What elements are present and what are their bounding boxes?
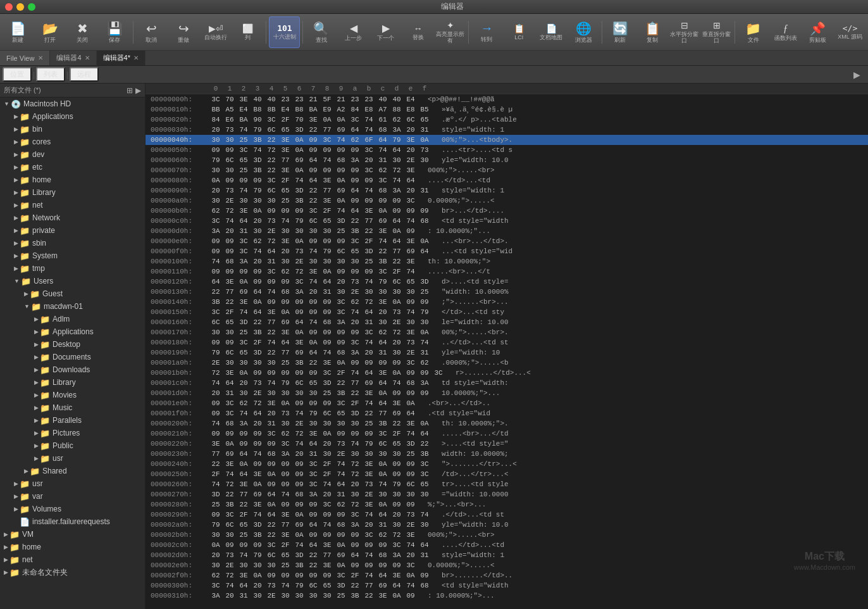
hex-byte[interactable]: 74: [237, 410, 251, 417]
hex-byte[interactable]: 74: [278, 491, 292, 498]
hex-byte[interactable]: 0A: [278, 399, 292, 407]
hex-byte[interactable]: 77: [320, 126, 334, 134]
hex-byte[interactable]: 30: [223, 166, 237, 174]
hex-byte[interactable]: 73: [223, 187, 237, 194]
hex-byte[interactable]: 25: [237, 329, 251, 336]
hex-byte[interactable]: 09: [306, 308, 320, 316]
refresh-button[interactable]: 🔄 刷新: [605, 16, 636, 48]
hex-byte[interactable]: 20: [251, 217, 264, 225]
hex-byte[interactable]: 22: [264, 329, 278, 336]
sidebar-item[interactable]: ▶📁sbin: [0, 237, 145, 249]
hex-byte[interactable]: B5: [418, 106, 431, 113]
hex-row[interactable]: 00000240h:223E0A090909093C2F74723E0A0909…: [146, 459, 868, 469]
hex-byte[interactable]: 20: [362, 349, 376, 356]
hex-byte[interactable]: 3E: [404, 136, 418, 144]
hex-byte[interactable]: 3B: [348, 592, 362, 600]
hex-byte[interactable]: 65: [320, 217, 334, 225]
hex-byte[interactable]: 64: [264, 511, 278, 518]
hex-byte[interactable]: 3C: [320, 369, 334, 377]
hex-byte[interactable]: 3E: [362, 207, 376, 215]
hex-byte[interactable]: 30: [404, 318, 418, 326]
hex-byte[interactable]: 3E: [278, 329, 292, 336]
hex-byte[interactable]: 22: [209, 460, 223, 468]
sidebar-item[interactable]: ▶📁home: [0, 173, 145, 186]
hex-byte[interactable]: 64: [418, 248, 431, 255]
hex-byte[interactable]: 22: [418, 440, 431, 448]
hex-byte[interactable]: 3E: [251, 470, 264, 478]
hex-byte[interactable]: 62: [376, 166, 390, 174]
hex-byte[interactable]: 69: [362, 379, 376, 387]
hex-byte[interactable]: 2F: [237, 511, 251, 518]
hex-byte[interactable]: 22: [223, 491, 237, 498]
hex-byte[interactable]: 09: [334, 237, 348, 245]
hex-byte[interactable]: 09: [334, 531, 348, 539]
hex-byte[interactable]: 74: [209, 420, 223, 427]
hex-byte[interactable]: 09: [223, 237, 237, 245]
hex-byte[interactable]: 64: [390, 217, 404, 225]
hex-byte[interactable]: 09: [390, 389, 404, 397]
hex-byte[interactable]: 09: [320, 298, 334, 306]
hex-byte[interactable]: 3B: [418, 450, 431, 458]
hex-byte[interactable]: 65: [278, 126, 292, 134]
hex-byte[interactable]: 20: [404, 551, 418, 559]
hex-row[interactable]: 00000270h:3D2277696474683A2031302E303030…: [146, 489, 868, 499]
hex-byte[interactable]: 77: [278, 349, 292, 356]
close-button[interactable]: [5, 3, 13, 11]
hex-byte[interactable]: 73: [334, 440, 348, 448]
hex-row[interactable]: 00000010h:BBA5E4B88BE4B8BAE9A284E8A788E8…: [146, 104, 868, 115]
hex-byte[interactable]: 69: [292, 349, 306, 356]
hex-byte[interactable]: 65: [390, 440, 404, 448]
hex-byte[interactable]: 09: [376, 359, 390, 367]
hex-byte[interactable]: 2F: [251, 339, 264, 346]
hex-byte[interactable]: 73: [251, 379, 264, 387]
hex-byte[interactable]: 69: [334, 187, 348, 194]
hex-byte[interactable]: 30: [264, 562, 278, 569]
hex-byte[interactable]: 3C: [390, 541, 404, 549]
hex-byte[interactable]: 3B: [251, 166, 264, 174]
hex-byte[interactable]: 65: [223, 318, 237, 326]
hex-byte[interactable]: 61: [376, 116, 390, 123]
hex-byte[interactable]: 3E: [320, 359, 334, 367]
hex-row[interactable]: 000002d0h:207374796C653D2277696474683A20…: [146, 550, 868, 560]
hex-byte[interactable]: 74: [376, 146, 390, 154]
hex-byte[interactable]: 31: [418, 551, 431, 559]
hex-byte[interactable]: 73: [348, 278, 362, 286]
hex-byte[interactable]: 3E: [376, 369, 390, 377]
hex-row[interactable]: 000000a0h:302E303030253B223E0A090909093C…: [146, 196, 868, 206]
hex-byte[interactable]: 3C: [264, 268, 278, 275]
hex-byte[interactable]: 3E: [362, 389, 376, 397]
hex-byte[interactable]: 74: [404, 308, 418, 316]
hex-byte[interactable]: 30: [264, 389, 278, 397]
hex-byte[interactable]: 09: [209, 511, 223, 518]
hex-byte[interactable]: 09: [237, 541, 251, 549]
hex-byte[interactable]: 0A: [306, 339, 320, 346]
hex-byte[interactable]: 77: [264, 318, 278, 326]
hex-byte[interactable]: 74: [404, 430, 418, 437]
hex-byte[interactable]: 3E: [306, 268, 320, 275]
hex-byte[interactable]: 72: [348, 501, 362, 508]
hex-byte[interactable]: 09: [404, 470, 418, 478]
hex-byte[interactable]: 3C: [362, 166, 376, 174]
hex-byte[interactable]: 3E: [362, 460, 376, 468]
hex-byte[interactable]: 0A: [390, 227, 404, 235]
hex-byte[interactable]: 30: [418, 318, 431, 326]
hex-byte[interactable]: 31: [376, 521, 390, 529]
sidebar-expand-icon[interactable]: ▶: [135, 86, 141, 95]
hex-byte[interactable]: 3C: [306, 470, 320, 478]
hex-byte[interactable]: 3E: [376, 298, 390, 306]
hex-byte[interactable]: 77: [278, 156, 292, 164]
sidebar-item[interactable]: ▶📁bin: [0, 123, 145, 135]
hex-byte[interactable]: 68: [418, 217, 431, 225]
hex-byte[interactable]: 74: [209, 258, 223, 265]
hex-byte[interactable]: 20: [348, 480, 362, 488]
hex-byte[interactable]: 79: [209, 521, 223, 529]
hex-byte[interactable]: 09: [223, 177, 237, 184]
hex-byte[interactable]: 65: [334, 410, 348, 417]
hex-byte[interactable]: 25: [237, 166, 251, 174]
hex-byte[interactable]: 09: [362, 268, 376, 275]
hex-byte[interactable]: 74: [362, 278, 376, 286]
hex-byte[interactable]: 65: [237, 521, 251, 529]
hex-byte[interactable]: 3C: [334, 298, 348, 306]
hex-byte[interactable]: 69: [251, 491, 264, 498]
hex-byte[interactable]: 09: [264, 207, 278, 215]
